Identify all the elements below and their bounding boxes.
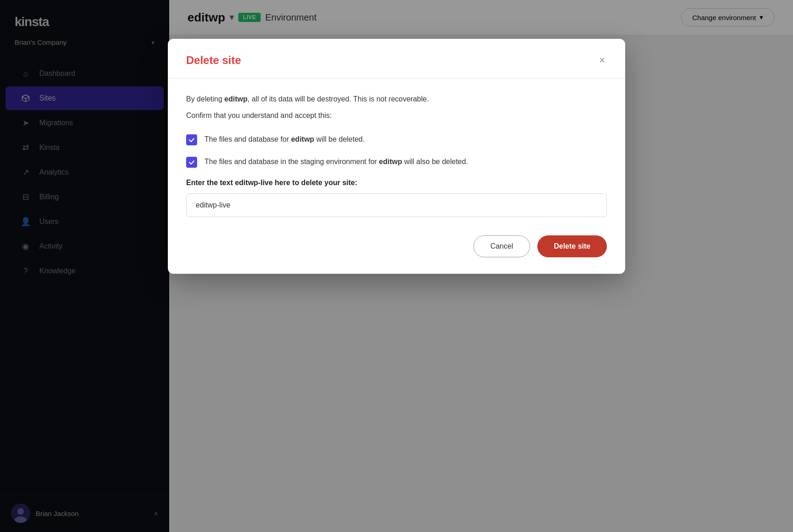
confirm-input-label: Enter the text editwp-live here to delet… bbox=[186, 179, 607, 187]
modal-body: By deleting editwp, all of its data will… bbox=[168, 79, 625, 235]
modal-close-button[interactable]: × bbox=[597, 53, 607, 67]
delete-site-button[interactable]: Delete site bbox=[537, 235, 607, 257]
site-name-bold-1: editwp bbox=[225, 95, 248, 103]
checkbox-2-label: The files and database in the staging en… bbox=[204, 156, 468, 167]
modal-description: By deleting editwp, all of its data will… bbox=[186, 93, 607, 105]
modal-footer: Cancel Delete site bbox=[168, 235, 625, 274]
checkbox-item-2: The files and database in the staging en… bbox=[186, 156, 607, 168]
checkbox-2[interactable] bbox=[186, 157, 197, 168]
confirm-site-input[interactable] bbox=[186, 193, 607, 217]
checkbox-item-1: The files and database for editwp will b… bbox=[186, 134, 607, 145]
delete-site-modal: Delete site × By deleting editwp, all of… bbox=[168, 39, 625, 274]
modal-confirm-text: Confirm that you understand and accept t… bbox=[186, 110, 607, 122]
modal-title: Delete site bbox=[186, 54, 241, 67]
checkbox-1-label: The files and database for editwp will b… bbox=[204, 134, 364, 145]
modal-overlay: Delete site × By deleting editwp, all of… bbox=[0, 0, 793, 532]
modal-header: Delete site × bbox=[168, 39, 625, 79]
checkbox-1[interactable] bbox=[186, 134, 197, 145]
cancel-button[interactable]: Cancel bbox=[473, 235, 530, 257]
